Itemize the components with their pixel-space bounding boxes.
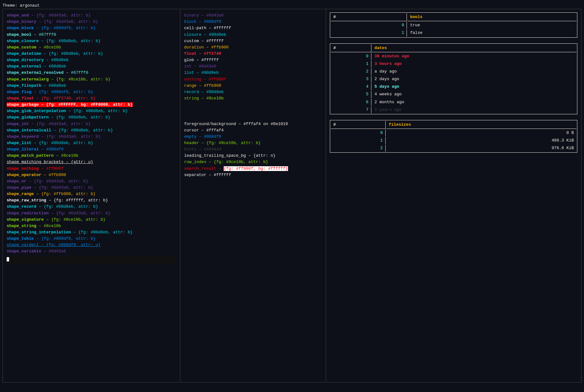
filesizes-val-2: 976.6 KiB (386, 145, 576, 152)
table-row: 1 3 hours ago (331, 60, 576, 67)
dates-idx-1: 1 (331, 60, 371, 67)
line-item: shape_and (7, 13, 29, 18)
dates-col-hash: # (331, 44, 371, 52)
line-item: shape_list (7, 141, 31, 145)
dates-idx-4: 4 (331, 83, 371, 90)
table-row: 2 a day ago (331, 68, 576, 75)
bools-val-1: false (408, 29, 576, 36)
table-row: 2 976.6 KiB (331, 145, 576, 152)
line-item: shape_external (7, 64, 41, 69)
line-item: shape_custom (7, 45, 36, 50)
dates-idx-6: 6 (331, 99, 371, 106)
col-left: shape_and – {fg: #6d43a6, attr: b} shape… (3, 9, 180, 382)
bools-idx-0: 0 (331, 22, 407, 29)
line-item: shape_operator (7, 173, 41, 177)
line-item: shape_int (7, 122, 29, 126)
line-item: shape_filepath (7, 83, 41, 88)
line-item: shape_string (7, 224, 36, 228)
bools-table: # bools 0 true 1 false (330, 12, 577, 37)
line-item: shape_pipe (7, 185, 31, 190)
table-row: 6 2 months ago (331, 99, 576, 106)
filesizes-col-hash: # (331, 121, 386, 129)
dates-val-3: 2 days ago (372, 76, 576, 83)
dates-val-0: 30 minutes ago (372, 53, 576, 60)
table-row: 1 false (331, 29, 576, 36)
line-item: shape_vardecl (7, 243, 39, 247)
line-item: shape_block (7, 26, 34, 30)
table-row: 5 4 weeks ago (331, 91, 576, 98)
line-item: shape_or (7, 179, 26, 184)
theme-header: Theme: argonaut (3, 3, 581, 9)
line-item: shape_closure (7, 39, 39, 43)
dates-idx-5: 5 (331, 91, 371, 98)
line-item: shape_externalarg (7, 77, 49, 82)
line-item: shape_literal (7, 147, 39, 152)
filesizes-idx-2: 2 (331, 145, 386, 152)
shape-garbage-line: shape_garbage – {fg: #FFFFFF, bg: #FF000… (7, 102, 176, 108)
filesizes-val-1: 488.3 KiB (386, 137, 576, 144)
filesizes-idx-0: 0 (331, 130, 386, 136)
filesizes-idx-1: 1 (331, 137, 386, 144)
line-item: shape_glob_interpolation (7, 109, 66, 113)
dates-val-5: 4 weeks ago (372, 91, 576, 98)
line-item: shape_string_interpolation (7, 230, 71, 235)
line-item: shape_redirection (7, 211, 49, 216)
table-row: 0 0 B (331, 130, 576, 136)
line-item: shape_variable (7, 249, 41, 254)
filesizes-col-name: filesizes (386, 121, 576, 129)
theme-label: Theme: argonaut (3, 3, 40, 8)
main-container: shape_and – {fg: #6d43a6, attr: b} shape… (3, 9, 581, 383)
dates-val-7: 2 years ago (372, 106, 576, 113)
dates-idx-3: 3 (331, 76, 371, 83)
dates-table: # dates 0 30 minutes ago 1 3 hours ago 2… (330, 43, 577, 114)
col-right: # bools 0 true 1 false # dates (326, 9, 581, 382)
line-item: shape_external_resolved (7, 70, 63, 75)
line-item: shape_directory (7, 58, 44, 62)
line-item: shape_internalcall (7, 128, 51, 133)
dates-col-name: dates (372, 44, 576, 52)
line-item: shape_nothing (7, 166, 39, 171)
line-item: shape_match_pattern (7, 153, 54, 158)
filesizes-table: # filesizes 0 0 B 1 488.3 KiB 2 976.6 Ki… (330, 120, 577, 153)
col-mid: binary – #6d43a6 block – #008df8 cell-pa… (180, 9, 326, 382)
table-row: 3 2 days ago (331, 76, 576, 83)
dates-val-4: 5 days ago (372, 83, 576, 90)
dates-idx-2: 2 (331, 68, 371, 75)
bools-col-hash: # (331, 13, 407, 21)
line-item: shape_signature (7, 217, 44, 222)
line-item: shape_table (7, 236, 34, 241)
line-item: shape_range (7, 192, 34, 196)
line-item: shape_matching_brackets (7, 160, 63, 164)
dates-val-6: 2 months ago (372, 99, 576, 106)
line-item: shape_flag (7, 90, 31, 94)
search-result-line: search_result – {fg: #ff000f, bg: #fffff… (184, 166, 322, 172)
dates-val-2: a day ago (372, 68, 576, 75)
table-row: 0 30 minutes ago (331, 53, 576, 60)
line-item: shape_keyword (7, 134, 39, 139)
table-row: 7 2 years ago (331, 106, 576, 113)
dates-val-1: 3 hours ago (372, 60, 576, 67)
line-item: shape_bool (7, 32, 31, 37)
line-item: shape_datetime (7, 51, 41, 56)
bools-val-0: true (408, 22, 576, 29)
line-item: shape_raw_string (7, 198, 46, 203)
line-item: shape_record (7, 204, 36, 209)
line-item: shape_float (7, 96, 34, 101)
filesizes-val-0: 0 B (386, 130, 576, 136)
line-item: shape_globpattern (7, 115, 49, 120)
table-row: 1 488.3 KiB (331, 137, 576, 144)
table-row: 4 5 days ago (331, 83, 576, 90)
table-row: 0 true (331, 22, 576, 29)
dates-idx-7: 7 (331, 106, 371, 113)
dates-idx-0: 0 (331, 53, 371, 60)
line-item: shape_binary (7, 19, 36, 24)
cursor-line: █ (7, 256, 176, 263)
bools-idx-1: 1 (331, 29, 407, 36)
bools-col-name: bools (408, 13, 576, 21)
